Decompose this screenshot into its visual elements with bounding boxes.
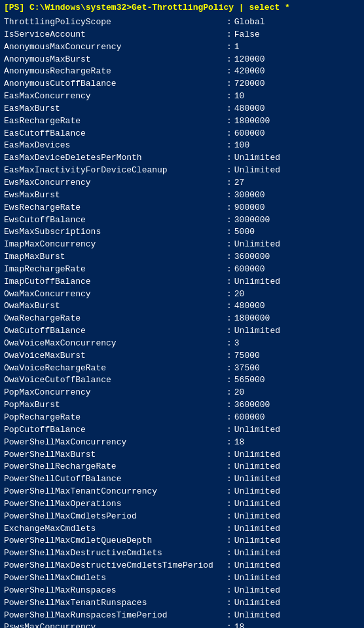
property-name: OwaVoiceMaxBurst xyxy=(4,350,227,363)
property-value: 900000 xyxy=(234,202,265,214)
property-value: 27 xyxy=(234,177,245,189)
property-name: EwsMaxBurst xyxy=(4,189,227,202)
colon-separator: : xyxy=(227,621,232,628)
table-row: OwaCutoffBalance: Unlimited xyxy=(4,325,360,338)
colon-separator: : xyxy=(227,214,232,227)
table-row: PowerShellRechargeRate: Unlimited xyxy=(4,461,360,473)
property-value: 600000 xyxy=(234,412,265,424)
colon-separator: : xyxy=(227,202,232,214)
property-value: Unlimited xyxy=(234,585,280,597)
property-name: ImapMaxConcurrency xyxy=(4,239,227,251)
property-name: OwaCutoffBalance xyxy=(4,325,227,338)
table-row: AnonymousCutoffBalance: 720000 xyxy=(4,78,360,90)
table-row: OwaMaxConcurrency: 20 xyxy=(4,288,360,301)
table-row: PowerShellMaxDestructiveCmdlets: Unlimit… xyxy=(4,547,360,560)
colon-separator: : xyxy=(227,437,232,449)
property-name: OwaVoiceRechargeRate xyxy=(4,363,227,375)
colon-separator: : xyxy=(227,276,232,288)
table-row: ExchangeMaxCmdlets: Unlimited xyxy=(4,523,360,536)
property-name: PowerShellMaxTenantRunspaces xyxy=(4,597,227,610)
property-name: OwaVoiceCutoffBalance xyxy=(4,374,227,387)
colon-separator: : xyxy=(227,547,232,560)
property-value: Unlimited xyxy=(234,325,280,338)
colon-separator: : xyxy=(227,610,232,622)
colon-separator: : xyxy=(227,585,232,597)
table-row: EwsMaxBurst: 300000 xyxy=(4,189,360,202)
colon-separator: : xyxy=(227,338,232,350)
colon-separator: : xyxy=(227,560,232,572)
table-row: ImapRechargeRate: 600000 xyxy=(4,264,360,276)
property-name: PowerShellMaxRunspacesTimePeriod xyxy=(4,610,227,622)
colon-separator: : xyxy=(227,313,232,325)
colon-separator: : xyxy=(227,572,232,585)
property-name: OwaMaxConcurrency xyxy=(4,288,227,301)
table-row: PowerShellMaxDestructiveCmdletsTimePerio… xyxy=(4,560,360,572)
property-name: PowerShellRechargeRate xyxy=(4,461,227,473)
property-name: PowerShellMaxCmdletQueueDepth xyxy=(4,535,227,547)
property-value: 75000 xyxy=(234,350,260,363)
table-row: OwaVoiceMaxConcurrency: 3 xyxy=(4,338,360,350)
property-value: 18 xyxy=(234,437,245,449)
property-value: 3 xyxy=(234,338,240,350)
property-name: EasMaxDeviceDeletesPerMonth xyxy=(4,152,227,165)
table-row: PowerShellMaxCmdletsPeriod: Unlimited xyxy=(4,511,360,523)
property-name: ExchangeMaxCmdlets xyxy=(4,523,227,536)
colon-separator: : xyxy=(227,288,232,301)
property-name: PowerShellMaxDestructiveCmdletsTimePerio… xyxy=(4,560,227,572)
colon-separator: : xyxy=(227,78,232,90)
property-value: 5000 xyxy=(234,226,255,239)
table-row: OwaMaxBurst: 480000 xyxy=(4,300,360,313)
property-name: PopMaxConcurrency xyxy=(4,387,227,399)
property-value: 10 xyxy=(234,90,245,103)
table-row: EasMaxDeviceDeletesPerMonth: Unlimited xyxy=(4,152,360,165)
property-name: PowerShellMaxRunspaces xyxy=(4,585,227,597)
colon-separator: : xyxy=(227,251,232,264)
property-name: PowerShellMaxOperations xyxy=(4,498,227,511)
colon-separator: : xyxy=(227,29,232,41)
property-name: PopRechargeRate xyxy=(4,412,227,424)
table-row: OwaVoiceMaxBurst: 75000 xyxy=(4,350,360,363)
colon-separator: : xyxy=(227,597,232,610)
colon-separator: : xyxy=(227,54,232,66)
property-name: ImapRechargeRate xyxy=(4,264,227,276)
prompt-line: [PS] C:\Windows\system32>Get-ThrottlingP… xyxy=(4,3,360,12)
table-row: EasMaxBurst: 480000 xyxy=(4,103,360,115)
colon-separator: : xyxy=(227,128,232,140)
output-block: ThrottlingPolicyScope: GlobalIsServiceAc… xyxy=(4,16,360,628)
property-name: PowerShellMaxDestructiveCmdlets xyxy=(4,547,227,560)
table-row: IsServiceAccount: False xyxy=(4,29,360,41)
colon-separator: : xyxy=(227,325,232,338)
property-value: False xyxy=(234,29,260,41)
colon-separator: : xyxy=(227,387,232,399)
property-name: ThrottlingPolicyScope xyxy=(4,16,227,29)
table-row: AnonymousMaxConcurrency: 1 xyxy=(4,41,360,54)
colon-separator: : xyxy=(227,350,232,363)
table-row: PowerShellMaxOperations: Unlimited xyxy=(4,498,360,511)
table-row: PowerShellMaxRunspaces: Unlimited xyxy=(4,585,360,597)
table-row: ThrottlingPolicyScope: Global xyxy=(4,16,360,29)
property-value: 3000000 xyxy=(234,214,270,227)
property-value: Unlimited xyxy=(234,152,280,165)
table-row: EasMaxDevices: 100 xyxy=(4,140,360,152)
property-value: Unlimited xyxy=(234,276,280,288)
colon-separator: : xyxy=(227,486,232,498)
property-name: PowerShellMaxCmdlets xyxy=(4,572,227,585)
property-name: EasMaxBurst xyxy=(4,103,227,115)
table-row: ImapCutoffBalance: Unlimited xyxy=(4,276,360,288)
property-name: EwsCutoffBalance xyxy=(4,214,227,227)
property-value: Unlimited xyxy=(234,239,280,251)
colon-separator: : xyxy=(227,165,232,177)
property-value: 120000 xyxy=(234,54,265,66)
property-name: ImapMaxBurst xyxy=(4,251,227,264)
property-name: AnonymousMaxConcurrency xyxy=(4,41,227,54)
colon-separator: : xyxy=(227,363,232,375)
property-name: EasMaxConcurrency xyxy=(4,90,227,103)
table-row: AnonymousMaxBurst: 120000 xyxy=(4,54,360,66)
property-value: 1 xyxy=(234,41,240,54)
property-name: PowerShellMaxCmdletsPeriod xyxy=(4,511,227,523)
property-value: 600000 xyxy=(234,128,265,140)
property-value: Unlimited xyxy=(234,165,280,177)
colon-separator: : xyxy=(227,189,232,202)
terminal: [PS] C:\Windows\system32>Get-ThrottlingP… xyxy=(4,3,360,628)
colon-separator: : xyxy=(227,498,232,511)
